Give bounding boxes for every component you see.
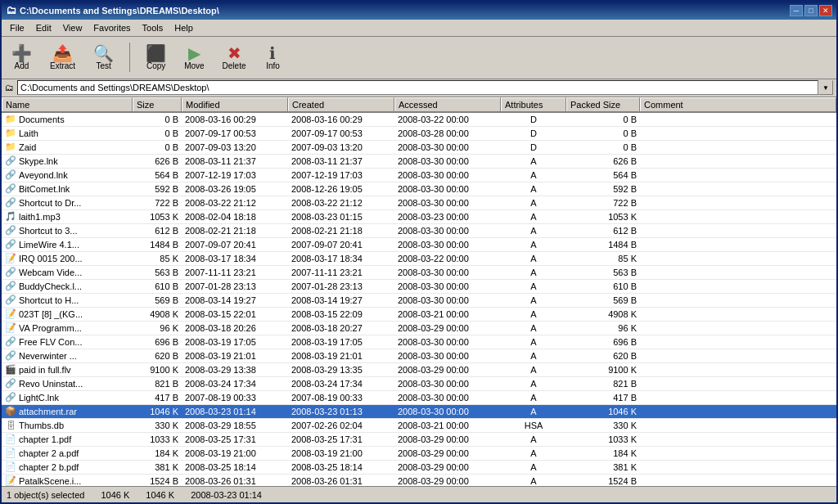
file-accessed: 2008-03-28 00:00 [394,127,501,140]
table-row[interactable]: 🔗 LightC.lnk 417 B2007-08-19 00:332007-0… [2,391,836,405]
file-type-icon: 🎬 [5,364,16,376]
file-modified: 2007-08-19 00:33 [182,391,288,404]
menu-item-file[interactable]: File [5,21,29,34]
table-row[interactable]: 🎵 laith1.mp3 1053 K2008-02-04 18:182008-… [2,210,836,224]
toolbar-btn-info[interactable]: ℹInfo [258,43,287,73]
col-comment[interactable]: Comment [640,97,836,111]
table-row[interactable]: 📝 IRQ 0015 200... 85 K2008-03-17 18:3420… [2,252,836,266]
file-type-icon: 🔗 [5,225,16,236]
file-accessed: 2008-03-29 00:00 [394,447,501,460]
toolbar-btn-extract[interactable]: 📤Extract [44,43,81,73]
table-row[interactable]: 📦 attachment.rar 1046 K2008-03-23 01:142… [2,405,836,419]
file-type-icon: 🔗 [5,392,16,403]
file-comment [640,335,836,349]
menu-item-edit[interactable]: Edit [31,21,56,34]
table-row[interactable]: 📄 chapter 2 a.pdf 184 K2008-03-19 21:002… [2,447,836,461]
table-row[interactable]: 📝 VA Programm... 96 K2008-03-18 20:26200… [2,322,836,335]
file-name: 📄 chapter 2 b.pdf [2,461,133,474]
table-row[interactable]: 📁 Zaid 0 B2007-09-03 13:202007-09-03 13:… [2,141,836,155]
file-name: 🔗 Aveyond.lnk [2,169,133,182]
table-row[interactable]: 📝 023T [8] _(KG... 4908 K2008-03-15 22:0… [2,308,836,322]
file-type-icon: 📝 [5,322,16,334]
file-created: 2007-02-26 02:04 [288,419,394,432]
menu-item-tools[interactable]: Tools [137,21,169,34]
toolbar-btn-delete[interactable]: ✖Delete [217,43,252,73]
file-attributes: A [501,433,566,446]
table-row[interactable]: 📁 Laith 0 B2007-09-17 00:532007-09-17 00… [2,127,836,141]
table-row[interactable]: 🔗 Revo Uninstat... 821 B2008-03-24 17:34… [2,377,836,391]
minimize-button[interactable]: ─ [790,5,803,16]
col-accessed[interactable]: Accessed [394,97,501,111]
menu-item-favorites[interactable]: Favorites [88,21,135,34]
file-name-text: laith1.mp3 [19,212,61,222]
file-size: 85 K [133,252,182,265]
menu-item-help[interactable]: Help [169,21,198,34]
table-row[interactable]: 🔗 Shortcut to Dr... 722 B2008-03-22 21:1… [2,196,836,210]
table-row[interactable]: 📄 chapter 2 b.pdf 381 K2008-03-25 18:142… [2,461,836,475]
table-row[interactable]: 🗄 Thumbs.db 330 K2008-03-29 18:552007-02… [2,419,836,433]
table-row[interactable]: 📄 chapter 1.pdf 1033 K2008-03-25 17:3120… [2,433,836,447]
status-date: 2008-03-23 01:14 [191,490,262,500]
table-row[interactable]: 🔗 BitComet.lnk 592 B2008-03-26 19:052008… [2,182,836,196]
file-name-text: Shortcut to Dr... [19,198,81,208]
file-modified: 2008-03-23 01:14 [182,405,288,418]
file-comment [640,349,836,362]
file-accessed: 2008-03-30 00:00 [394,405,501,418]
table-row[interactable]: 🔗 Skype.lnk 626 B2008-03-11 21:372008-03… [2,155,836,169]
file-modified: 2007-09-07 20:41 [182,238,288,251]
table-row[interactable]: 🔗 Neverwinter ... 620 B2008-03-19 21:012… [2,349,836,363]
file-packed: 564 B [566,169,640,182]
file-comment [640,363,836,376]
file-created: 2008-03-23 01:13 [288,405,394,418]
file-list-container[interactable]: Name Size Modified Created Accessed Attr… [2,97,836,486]
col-name[interactable]: Name [2,97,133,111]
col-modified[interactable]: Modified [182,97,288,111]
address-dropdown[interactable]: ▼ [818,80,833,95]
file-attributes: A [501,210,566,223]
file-name: 🗄 Thumbs.db [2,419,133,432]
file-packed: 9100 K [566,363,640,376]
file-comment [640,447,836,460]
close-button[interactable]: ✕ [819,5,832,16]
file-attributes: A [501,196,566,209]
toolbar-btn-copy[interactable]: ⬛Copy [140,43,172,73]
file-name: 📁 Zaid [2,141,133,154]
table-row[interactable]: 🔗 Webcam Vide... 563 B2007-11-11 23:2120… [2,266,836,280]
file-created: 2007-01-28 23:13 [288,280,394,293]
file-name-text: paid in full.flv [19,365,71,375]
table-row[interactable]: 🔗 Aveyond.lnk 564 B2007-12-19 17:032007-… [2,169,836,182]
file-created: 2008-03-23 01:15 [288,210,394,223]
table-row[interactable]: 🔗 LimeWire 4.1... 1484 B2007-09-07 20:41… [2,238,836,252]
col-created[interactable]: Created [288,97,394,111]
address-input[interactable] [17,80,818,95]
table-row[interactable]: 📝 PatalkScene.i... 1524 B2008-03-26 01:3… [2,475,836,486]
toolbar-btn-move[interactable]: ▶Move [178,43,210,73]
col-size[interactable]: Size [133,97,182,111]
file-packed: 184 K [566,447,640,460]
file-type-icon: 🔗 [5,350,16,362]
table-row[interactable]: 🎬 paid in full.flv 9100 K2008-03-29 13:3… [2,363,836,377]
table-row[interactable]: 🔗 Shortcut to 3... 612 B2008-02-21 21:18… [2,224,836,238]
file-comment [640,196,836,209]
file-name-text: 023T [8] _(KG... [19,309,83,319]
table-row[interactable]: 🔗 Shortcut to H... 569 B2008-03-14 19:27… [2,294,836,308]
file-name: 🔗 Shortcut to 3... [2,224,133,237]
table-row[interactable]: 🔗 Free FLV Con... 696 B2008-03-19 17:052… [2,335,836,349]
file-packed: 569 B [566,294,640,307]
file-name: 🎵 laith1.mp3 [2,210,133,223]
file-packed: 1484 B [566,238,640,251]
col-packed[interactable]: Packed Size [566,97,640,111]
maximize-button[interactable]: □ [804,5,818,16]
toolbar-btn-test[interactable]: 🔍Test [88,43,119,73]
col-attributes[interactable]: Attributes [501,97,566,111]
file-created: 2008-03-25 17:31 [288,433,394,446]
file-attributes: A [501,377,566,390]
file-created: 2008-03-26 01:31 [288,475,394,486]
menu-item-view[interactable]: View [58,21,88,34]
toolbar-btn-add[interactable]: ➕Add [6,43,38,73]
table-row[interactable]: 📁 Documents 0 B2008-03-16 00:292008-03-1… [2,113,836,127]
file-packed: 592 B [566,182,640,196]
table-row[interactable]: 🔗 BuddyCheck.l... 610 B2007-01-28 23:132… [2,280,836,294]
file-modified: 2008-02-21 21:18 [182,224,288,237]
file-created: 2007-09-17 00:53 [288,127,394,140]
